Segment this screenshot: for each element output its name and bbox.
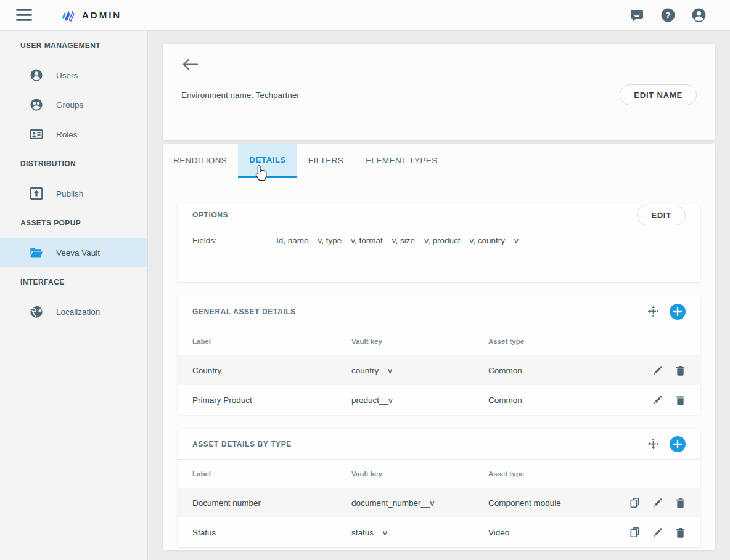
sidebar-item-label: Users [56, 71, 78, 80]
edit-row-button[interactable] [652, 497, 663, 508]
row-label: Status [192, 528, 351, 537]
account-button[interactable] [691, 7, 707, 23]
groups-icon [30, 98, 43, 112]
delete-row-button[interactable] [675, 365, 686, 376]
trash-icon [676, 395, 685, 405]
row-vault-key: product__v [351, 396, 488, 405]
table-row: Country country__v Common [178, 355, 700, 385]
sidebar-item-label: Localization [56, 307, 100, 317]
feedback-button[interactable] [629, 7, 645, 23]
column-vault-key: Vault key [351, 470, 488, 477]
pencil-icon [652, 395, 663, 405]
user-icon [30, 68, 43, 82]
column-asset-type: Asset type [488, 470, 686, 477]
roles-badge-icon [30, 128, 43, 141]
row-asset-type: Common [488, 366, 652, 375]
trash-icon [676, 498, 685, 508]
row-vault-key: country__v [351, 366, 488, 375]
column-vault-key: Vault key [351, 338, 488, 345]
hamburger-icon [16, 9, 32, 21]
sidebar-item-publish[interactable]: Publish [0, 179, 147, 208]
delete-row-button[interactable] [675, 394, 686, 405]
row-label: Country [192, 366, 351, 375]
globe-icon [30, 305, 43, 319]
tab-element-types[interactable]: ELEMENT TYPES [355, 144, 449, 178]
tab-renditions[interactable]: RENDITIONS [163, 144, 238, 178]
column-label: Label [192, 338, 351, 345]
pencil-icon [652, 365, 663, 376]
edit-row-button[interactable] [652, 365, 663, 376]
folder-open-icon [30, 246, 43, 259]
edit-row-button[interactable] [652, 527, 663, 538]
add-row-button[interactable] [670, 436, 686, 452]
sidebar-item-label: Groups [56, 100, 83, 110]
details-card: RENDITIONS DETAILS FILTERS ELEMENT TYPES… [163, 144, 715, 550]
plus-icon [670, 436, 686, 452]
sidebar-item-users[interactable]: Users [0, 60, 147, 90]
row-asset-type: Component module [488, 498, 629, 508]
topbar-actions: ? [629, 7, 714, 23]
help-icon: ? [660, 7, 676, 23]
brand-name: ADMIN [82, 10, 121, 20]
row-vault-key: status__v [351, 528, 488, 537]
row-label: Document number [192, 498, 351, 508]
row-label: Primary Product [192, 396, 351, 405]
back-button[interactable] [181, 58, 199, 71]
account-icon [691, 7, 707, 23]
copy-row-button[interactable] [629, 527, 640, 538]
reorder-section-button[interactable] [647, 306, 659, 318]
pencil-icon [652, 498, 663, 508]
reorder-section-button[interactable] [647, 438, 659, 450]
fields-label: Fields: [192, 236, 276, 245]
general-asset-details-title: GENERAL ASSET DETAILS [192, 307, 296, 316]
brand-logo-icon [59, 7, 76, 23]
sidebar-item-roles[interactable]: Roles [0, 120, 147, 149]
options-title: OPTIONS [192, 211, 228, 219]
table-row: Status status__v Video [178, 517, 700, 547]
sidebar-section-interface: INTERFACE [0, 267, 147, 297]
sidebar-section-user-management: USER MANAGEMENT [0, 31, 147, 60]
move-icon [647, 438, 659, 450]
publish-icon [30, 187, 43, 200]
sidebar-section-distribution: DISTRIBUTION [0, 149, 147, 179]
fields-value: Id, name__v, type__v, format__v, size__v… [276, 236, 519, 245]
plus-icon [670, 304, 686, 320]
copy-icon [630, 527, 640, 538]
sidebar-item-localization[interactable]: Localization [0, 297, 147, 327]
delete-row-button[interactable] [675, 527, 686, 538]
sidebar-item-label: Veeva Vault [56, 248, 100, 258]
row-asset-type: Common [488, 396, 652, 405]
chat-bubble-icon [630, 8, 644, 23]
copy-icon [630, 497, 640, 508]
sidebar-item-veeva-vault[interactable]: Veeva Vault [0, 238, 147, 267]
tab-filters[interactable]: FILTERS [297, 144, 355, 178]
help-button[interactable]: ? [660, 7, 676, 23]
sidebar-item-label: Roles [56, 130, 78, 139]
svg-text:?: ? [665, 10, 671, 20]
topbar: ADMIN ? [0, 0, 730, 31]
delete-row-button[interactable] [675, 497, 686, 508]
environment-name-value: Techpartner [256, 91, 300, 100]
add-row-button[interactable] [670, 304, 686, 320]
back-arrow-icon [182, 58, 199, 71]
edit-name-button[interactable]: EDIT NAME [620, 84, 697, 105]
column-asset-type: Asset type [488, 338, 686, 345]
main-content: Environment name: Techpartner EDIT NAME … [148, 31, 730, 560]
menu-button[interactable] [16, 7, 32, 23]
brand: ADMIN [59, 7, 121, 23]
environment-name-label: Environment name: [181, 91, 253, 100]
asset-details-by-type-title: ASSET DETAILS BY TYPE [192, 440, 292, 448]
asset-details-by-type-section: ASSET DETAILS BY TYPE [178, 429, 700, 547]
options-section: OPTIONS EDIT Fields: Id, name__v, type__… [178, 204, 700, 282]
copy-row-button[interactable] [629, 497, 640, 508]
environment-header-card: Environment name: Techpartner EDIT NAME [163, 44, 715, 140]
tab-content: OPTIONS EDIT Fields: Id, name__v, type__… [163, 178, 715, 547]
edit-row-button[interactable] [652, 394, 663, 405]
edit-options-button[interactable]: EDIT [637, 205, 686, 225]
pencil-icon [652, 527, 663, 538]
sidebar-section-assets-popup: ASSETS POPUP [0, 208, 147, 238]
sidebar-item-groups[interactable]: Groups [0, 90, 147, 120]
column-label: Label [192, 470, 351, 477]
tab-details[interactable]: DETAILS [238, 144, 297, 178]
sidebar-item-label: Publish [56, 189, 83, 198]
